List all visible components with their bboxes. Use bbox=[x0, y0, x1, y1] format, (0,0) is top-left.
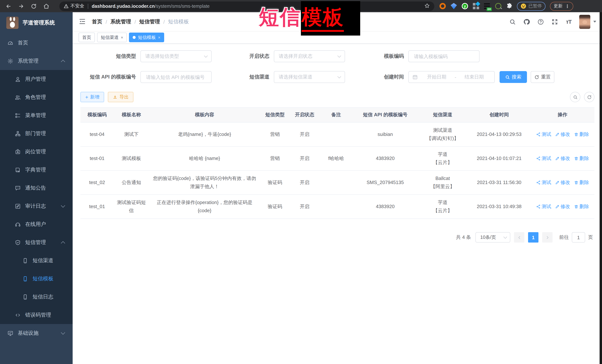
breadcrumb: 首页/系统管理/短信管理/短信模板 bbox=[92, 18, 189, 25]
not-secure-warning-icon bbox=[64, 4, 70, 9]
extension-orange-icon[interactable] bbox=[440, 3, 446, 9]
sidebar-item-字典管理[interactable]: 字典管理 bbox=[0, 161, 73, 179]
test-link[interactable]: 测试 bbox=[536, 178, 551, 187]
reset-button[interactable]: 重置 bbox=[531, 71, 554, 83]
github-icon[interactable] bbox=[523, 18, 530, 25]
sidebar-item-label: 短信模板 bbox=[32, 275, 53, 282]
page-header: 首页/系统管理/短信管理/短信模板 bbox=[73, 12, 602, 31]
sidebar-item-label: 部门管理 bbox=[25, 130, 46, 137]
test-link[interactable]: 测试 bbox=[536, 203, 551, 211]
channel-select[interactable]: 请选择短信渠道 bbox=[274, 71, 345, 83]
extension-gem-icon[interactable] bbox=[451, 3, 457, 9]
delete-link[interactable]: 删除 bbox=[574, 203, 589, 211]
breadcrumb-item[interactable]: 首页 bbox=[92, 18, 102, 25]
sidebar-item-角色管理[interactable]: 角色管理 bbox=[0, 88, 73, 106]
next-page-button[interactable] bbox=[542, 232, 553, 242]
extension-magnifier-icon[interactable] bbox=[495, 3, 501, 9]
sidebar-item-错误码管理[interactable]: 错误码管理 bbox=[0, 306, 73, 324]
fullscreen-icon[interactable] bbox=[551, 18, 558, 25]
tab-首页[interactable]: 首页 bbox=[79, 32, 95, 42]
sidebar-item-首页[interactable]: 首页 bbox=[0, 34, 73, 52]
sidebar-item-label: 菜单管理 bbox=[25, 112, 46, 119]
delete-link[interactable]: 删除 bbox=[574, 130, 589, 138]
table-row: test-04测试下老鸡{name}，牛逼{code}营销开启suibian测试… bbox=[80, 123, 594, 147]
sidebar-item-用户管理[interactable]: 用户管理 bbox=[0, 70, 73, 88]
tab-短信渠道[interactable]: 短信渠道 bbox=[97, 32, 127, 42]
template-code-input[interactable] bbox=[408, 50, 480, 62]
api-template-id-input[interactable] bbox=[140, 71, 212, 83]
refresh-button[interactable] bbox=[584, 92, 594, 102]
sidebar-item-短信管理[interactable]: 短信管理 bbox=[0, 233, 73, 251]
breadcrumb-item[interactable]: 短信管理 bbox=[139, 18, 160, 25]
cell: 您的验证码{code}，该验证码5分钟内有效，请勿泄漏于他人！ bbox=[149, 171, 260, 195]
export-button[interactable]: 导出 bbox=[108, 92, 133, 102]
sidebar-item-在线用户[interactable]: 在线用户 bbox=[0, 215, 73, 233]
edit-link[interactable]: 修改 bbox=[555, 130, 570, 138]
browser-reload-icon[interactable] bbox=[29, 1, 39, 11]
delete-link[interactable]: 删除 bbox=[574, 178, 589, 187]
browser-back-icon[interactable] bbox=[4, 1, 13, 11]
show-search-button[interactable] bbox=[570, 92, 580, 102]
edit-link[interactable]: 修改 bbox=[555, 178, 570, 187]
cell: 验证码 bbox=[260, 171, 290, 195]
omnibox-divider bbox=[88, 3, 88, 9]
status-select[interactable]: 请选择开启状态 bbox=[274, 50, 345, 62]
sidebar-item-短信模板[interactable]: 短信模板 bbox=[0, 270, 73, 288]
app-logo-row[interactable]: 芋道管理系统 bbox=[0, 12, 73, 33]
add-button[interactable]: 新增 bbox=[80, 92, 104, 102]
main-area: 首页/系统管理/短信管理/短信模板 bbox=[73, 12, 602, 364]
prev-page-button[interactable] bbox=[514, 232, 524, 242]
gauge-icon bbox=[7, 40, 13, 46]
search-button[interactable]: 搜索 bbox=[500, 71, 527, 83]
browser-menu-icon[interactable] bbox=[565, 3, 570, 9]
font-size-icon[interactable] bbox=[565, 18, 572, 25]
extensions-puzzle-icon[interactable] bbox=[506, 3, 513, 9]
profile-paused-chip[interactable]: 已暂停 bbox=[517, 2, 546, 10]
extension-grid-icon[interactable] bbox=[473, 3, 479, 9]
table-toolbar: 新增 导出 bbox=[80, 92, 594, 102]
delete-link[interactable]: 删除 bbox=[574, 154, 589, 163]
create-time-range-picker[interactable]: 开始日期 - 结束日期 bbox=[408, 71, 495, 83]
test-link[interactable]: 测试 bbox=[536, 154, 551, 163]
close-icon[interactable] bbox=[121, 35, 123, 40]
tree-icon bbox=[15, 112, 21, 118]
sidebar-item-通知公告[interactable]: 通知公告 bbox=[0, 179, 73, 197]
sidebar-item-短信渠道[interactable]: 短信渠道 bbox=[0, 251, 73, 270]
book-icon bbox=[15, 167, 21, 173]
channel-name: 芋道 bbox=[438, 150, 448, 158]
sidebar-item-基础设施[interactable]: 基础设施 bbox=[0, 324, 73, 342]
bookmark-star-icon[interactable] bbox=[424, 3, 430, 10]
user-menu[interactable] bbox=[579, 15, 596, 29]
sidebar-item-label: 短信管理 bbox=[25, 239, 46, 246]
help-icon[interactable] bbox=[537, 18, 544, 25]
browser-update-button[interactable]: 更新 bbox=[550, 2, 573, 10]
close-icon[interactable] bbox=[158, 35, 161, 40]
sidebar-item-部门管理[interactable]: 部门管理 bbox=[0, 125, 73, 143]
extension-y-icon[interactable] bbox=[462, 3, 468, 9]
test-link[interactable]: 测试 bbox=[536, 130, 551, 138]
url-bar[interactable]: 不安全 dashboard.yudao.iocoder.cn/system/sm… bbox=[59, 1, 434, 11]
sidebar-item-审计日志[interactable]: 审计日志 bbox=[0, 197, 73, 215]
sidebar-item-岗位管理[interactable]: 岗位管理 bbox=[0, 143, 73, 161]
tab-短信模板[interactable]: 短信模板 bbox=[129, 32, 164, 42]
browser-home-icon[interactable] bbox=[42, 1, 51, 11]
page-number-1[interactable]: 1 bbox=[528, 232, 538, 242]
sidebar-item-菜单管理[interactable]: 菜单管理 bbox=[0, 106, 73, 125]
header-search-icon[interactable] bbox=[509, 18, 516, 25]
edit-link[interactable]: 修改 bbox=[555, 154, 570, 163]
sidebar-item-短信日志[interactable]: 短信日志 bbox=[0, 288, 73, 306]
sidebar-collapse-icon[interactable] bbox=[79, 18, 87, 26]
cell: 测试验证码短信 bbox=[114, 195, 149, 219]
table-header-row: 模板编码模板名称模板内容短信类型开启状态备注短信 API 的模板编号短信渠道创建… bbox=[80, 108, 594, 123]
plus-icon bbox=[85, 94, 88, 100]
extension-list-icon[interactable] bbox=[484, 3, 490, 9]
browser-forward-icon[interactable] bbox=[16, 1, 26, 11]
sms-type-select[interactable]: 请选择短信类型 bbox=[140, 50, 212, 62]
page-size-select[interactable]: 10条/页 bbox=[475, 232, 510, 242]
goto-page-input[interactable] bbox=[572, 232, 585, 242]
headset-icon bbox=[15, 221, 21, 227]
filter-row-1: 短信类型 请选择短信类型 开启状态 请选择开启状态 模板编码 bbox=[80, 50, 594, 62]
breadcrumb-item[interactable]: 系统管理 bbox=[110, 18, 131, 25]
edit-link[interactable]: 修改 bbox=[555, 203, 570, 211]
sidebar-item-系统管理[interactable]: 系统管理 bbox=[0, 52, 73, 70]
